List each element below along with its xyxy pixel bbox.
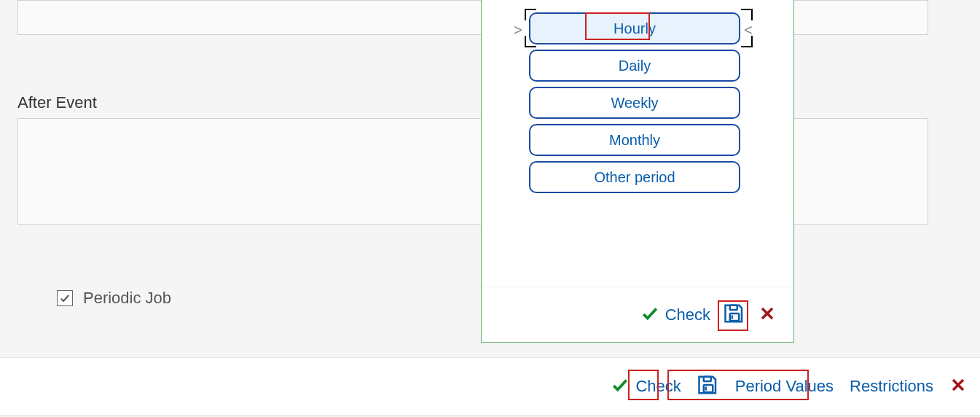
close-button[interactable] [949, 376, 967, 397]
restrictions-link[interactable]: Restrictions [850, 377, 933, 396]
save-button[interactable] [697, 374, 719, 399]
period-option-daily[interactable]: Daily [529, 50, 740, 82]
save-icon [724, 303, 745, 327]
close-icon [758, 305, 776, 325]
after-event-label: After Event [17, 93, 97, 112]
modal-save-button[interactable] [724, 303, 745, 327]
period-list: Hourly Daily Weekly Monthly Other period [529, 7, 740, 198]
periodic-job-checkbox[interactable] [57, 290, 73, 306]
period-values-link[interactable]: Period Values [735, 377, 834, 396]
period-modal: > < Hourly Daily Weekly Monthly Other pe… [481, 0, 794, 343]
save-icon [697, 374, 719, 399]
period-option-hourly[interactable]: Hourly [529, 12, 740, 44]
page-footer: Check Period Values Restrictions [0, 357, 980, 416]
modal-check-label: Check [665, 305, 710, 324]
svg-rect-5 [703, 377, 710, 381]
check-icon [640, 304, 659, 326]
modal-footer: Check [482, 287, 793, 342]
pointer-left-icon: > [514, 22, 522, 39]
period-option-monthly[interactable]: Monthly [529, 124, 740, 156]
modal-close-button[interactable] [758, 305, 776, 325]
close-icon [949, 376, 967, 397]
check-icon [59, 292, 71, 304]
modal-check-button[interactable]: Check [640, 304, 710, 326]
check-icon [611, 375, 630, 397]
selection-bracket-icon [741, 9, 753, 20]
period-option-weekly[interactable]: Weekly [529, 87, 740, 119]
svg-rect-0 [730, 305, 737, 309]
check-label: Check [635, 377, 681, 396]
period-option-other[interactable]: Other period [529, 161, 740, 193]
periodic-job-label: Periodic Job [83, 289, 171, 308]
check-button[interactable]: Check [611, 375, 681, 397]
pointer-right-icon: < [744, 22, 753, 39]
